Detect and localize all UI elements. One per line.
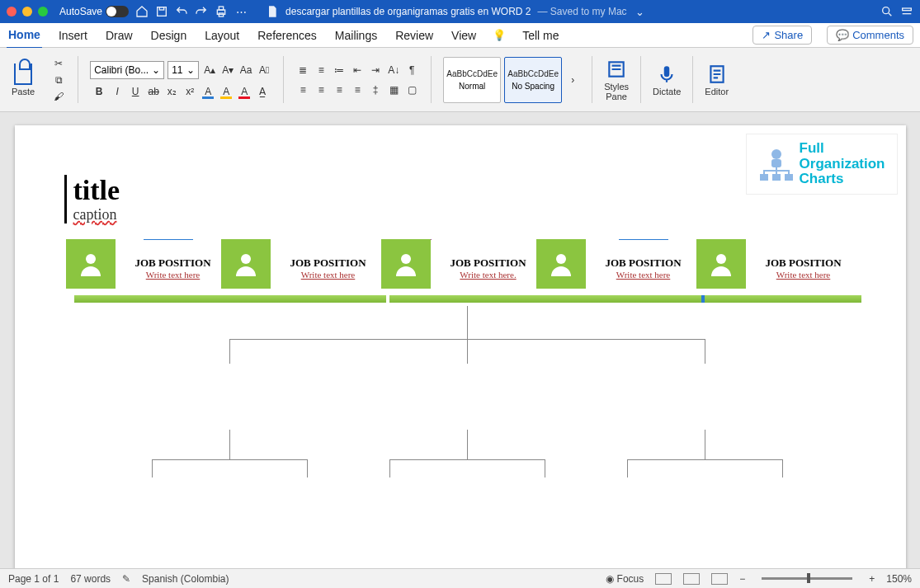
share-button[interactable]: ↗ Share <box>753 26 812 45</box>
tab-insert[interactable]: Insert <box>57 26 89 45</box>
tell-me[interactable]: Tell me <box>521 26 560 45</box>
tab-mailings[interactable]: Mailings <box>333 26 379 45</box>
view-outline-icon[interactable] <box>711 573 728 585</box>
more-icon[interactable]: ⋯ <box>234 5 248 18</box>
search-icon[interactable] <box>880 5 894 18</box>
dictate-button[interactable]: Dictate <box>653 64 681 96</box>
autosave-switch[interactable] <box>106 6 129 17</box>
shrink-font-icon[interactable]: A▾ <box>220 63 235 78</box>
svg-point-22 <box>556 254 566 264</box>
view-web-icon[interactable] <box>683 573 700 585</box>
page-count[interactable]: Page 1 of 1 <box>8 573 59 585</box>
font-size-select[interactable]: 11⌄ <box>167 61 199 79</box>
style-normal[interactable]: AaBbCcDdEe Normal <box>443 57 501 103</box>
copy-icon[interactable]: ⧉ <box>51 73 66 87</box>
doc-icon <box>266 5 279 18</box>
tab-layout[interactable]: Layout <box>203 26 241 45</box>
indent-icon[interactable]: ⇥ <box>368 63 383 78</box>
grow-font-icon[interactable]: A▴ <box>202 63 217 78</box>
paste-button[interactable]: Paste <box>12 64 35 96</box>
maximize-window-icon[interactable] <box>38 7 48 16</box>
format-painter-icon[interactable]: 🖌 <box>51 89 66 104</box>
print-icon[interactable] <box>215 5 228 18</box>
person-icon <box>536 239 586 289</box>
svg-rect-14 <box>785 174 793 181</box>
align-right-icon[interactable]: ≡ <box>332 82 347 97</box>
text-effect-button[interactable]: A <box>219 84 234 99</box>
clipboard-group: Paste <box>7 51 40 108</box>
svg-point-20 <box>241 254 251 264</box>
svg-rect-12 <box>760 174 768 181</box>
outdent-icon[interactable]: ⇤ <box>350 63 365 78</box>
tab-references[interactable]: References <box>256 26 318 45</box>
tab-view[interactable]: View <box>450 26 478 45</box>
tab-design[interactable]: Design <box>149 26 189 45</box>
zoom-in-icon[interactable]: + <box>869 573 875 585</box>
close-window-icon[interactable] <box>7 7 17 16</box>
language[interactable]: Spanish (Colombia) <box>142 573 229 585</box>
undo-icon[interactable] <box>175 5 188 18</box>
shading-icon[interactable]: ▦ <box>386 82 401 97</box>
view-print-icon[interactable] <box>655 573 672 585</box>
tab-review[interactable]: Review <box>394 26 435 45</box>
zoom-slider[interactable] <box>762 577 852 580</box>
character-shading-icon[interactable]: A̲ <box>255 84 270 99</box>
ribbon-tabs: Home Insert Draw Design Layout Reference… <box>0 23 920 48</box>
autosave-toggle[interactable]: AutoSave <box>59 6 129 17</box>
align-left-icon[interactable]: ≡ <box>295 82 310 97</box>
line-spacing-icon[interactable]: ‡ <box>368 82 383 97</box>
borders-icon[interactable]: ▢ <box>404 82 419 97</box>
redo-icon[interactable] <box>195 5 208 18</box>
styles-pane-button[interactable]: Styles Pane <box>604 59 629 101</box>
change-case-icon[interactable]: Aa <box>238 63 253 78</box>
org-node[interactable]: JOB POSITIONWrite text here <box>545 240 701 296</box>
font-family-select[interactable]: Calibri (Bo...⌄ <box>90 61 164 79</box>
spelling-icon[interactable]: ✎ <box>122 573 130 585</box>
superscript-button[interactable]: x² <box>182 84 197 99</box>
styles-group: AaBbCcDdEe Normal AaBbCcDdEe No Spacing … <box>438 51 585 108</box>
tab-draw[interactable]: Draw <box>104 26 134 45</box>
save-icon[interactable] <box>155 5 168 18</box>
org-node[interactable]: JOB POSITIONWrite text here. <box>389 240 546 296</box>
autosave-label: AutoSave <box>59 6 102 17</box>
chevron-down-icon[interactable]: ⌄ <box>634 5 647 18</box>
underline-button[interactable]: U <box>128 84 143 99</box>
focus-button[interactable]: ◉ Focus <box>606 573 644 585</box>
paste-label: Paste <box>12 87 35 96</box>
cut-icon[interactable]: ✂ <box>51 56 66 71</box>
align-center-icon[interactable]: ≡ <box>314 82 328 97</box>
ribbon-options-icon[interactable] <box>900 5 913 18</box>
person-icon <box>66 239 116 289</box>
minimize-window-icon[interactable] <box>22 7 32 16</box>
editor-button[interactable]: Editor <box>705 64 729 96</box>
org-node[interactable]: JOB POSITIONWrite text here <box>229 240 386 296</box>
highlight-button[interactable]: A <box>201 84 215 99</box>
comments-button[interactable]: 💬 Comments <box>827 26 913 45</box>
numbering-icon[interactable]: ≡ <box>314 63 328 78</box>
justify-icon[interactable]: ≡ <box>350 82 365 97</box>
bullets-icon[interactable]: ≣ <box>295 63 310 78</box>
home-icon[interactable] <box>135 5 149 18</box>
document-area[interactable]: title caption FullOrganizationCharts <box>0 112 920 568</box>
document-location: — Saved to my Mac <box>538 6 627 17</box>
svg-point-21 <box>401 254 411 264</box>
svg-rect-11 <box>771 159 781 167</box>
word-count[interactable]: 67 words <box>70 573 111 585</box>
font-color-button[interactable]: A <box>237 84 252 99</box>
sort-icon[interactable]: A↓ <box>386 63 401 78</box>
bold-button[interactable]: B <box>92 84 106 99</box>
multilevel-icon[interactable]: ≔ <box>332 63 347 78</box>
style-no-spacing[interactable]: AaBbCcDdEe No Spacing <box>504 57 562 103</box>
clear-format-icon[interactable]: A⃠ <box>257 63 271 78</box>
zoom-out-icon[interactable]: − <box>739 573 745 585</box>
tab-home[interactable]: Home <box>7 25 42 49</box>
styles-more-icon[interactable]: › <box>565 73 580 87</box>
subscript-button[interactable]: x₂ <box>164 84 179 99</box>
show-marks-icon[interactable]: ¶ <box>404 63 419 78</box>
org-node[interactable]: JOB POSITIONWrite text here <box>705 240 861 296</box>
zoom-level[interactable]: 150% <box>886 573 912 585</box>
org-node[interactable]: JOB POSITIONWrite text here <box>74 240 231 296</box>
title-block[interactable]: title caption <box>64 175 856 223</box>
italic-button[interactable]: I <box>110 84 125 99</box>
strike-button[interactable]: ab <box>146 84 161 99</box>
